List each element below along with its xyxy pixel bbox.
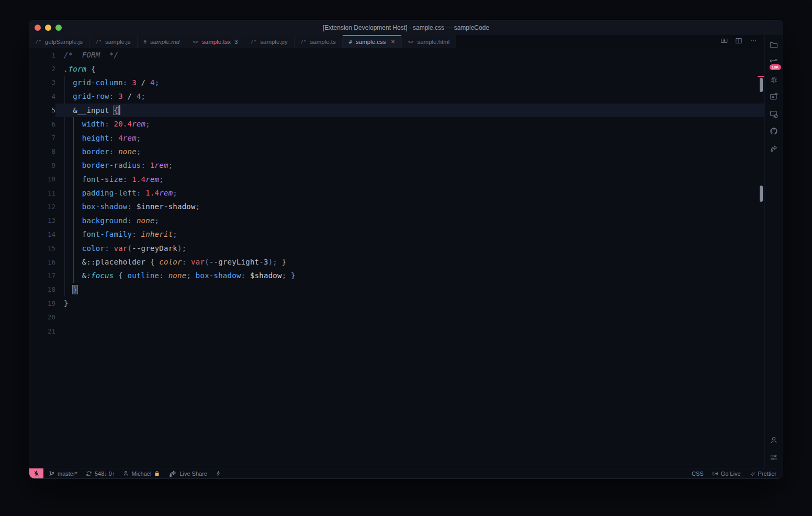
- code-line-text: grid-column: 3 / 4;: [55, 76, 764, 89]
- code-line-text: background: none;: [55, 214, 764, 227]
- tab-sample.ts[interactable]: /*sample.ts: [295, 35, 343, 48]
- tab-sample.tsx[interactable]: <>sample.tsx3: [186, 35, 244, 48]
- line-number[interactable]: 8: [29, 147, 55, 155]
- open-changes-button[interactable]: [720, 37, 728, 47]
- overview-ruler-marker: [760, 186, 763, 202]
- line-number[interactable]: 21: [29, 327, 55, 335]
- line-number[interactable]: 19: [29, 300, 55, 307]
- tab-gulpSample.js[interactable]: /*gulpSample.js: [29, 35, 89, 48]
- code-line[interactable]: 16 &::placeholder { color: var(--greyLig…: [29, 255, 764, 269]
- close-window-button[interactable]: [35, 25, 41, 31]
- tab-label: sample.tsx: [202, 39, 231, 45]
- activity-github-button[interactable]: [765, 122, 783, 140]
- status-go-live-label: Go Live: [721, 471, 741, 477]
- status-live-share[interactable]: Live Share: [168, 469, 207, 478]
- code-line[interactable]: 20: [29, 310, 764, 324]
- code-line[interactable]: 10 font-size: 1.4rem;: [29, 173, 764, 186]
- code-line[interactable]: 11 padding-left: 1.4rem;: [29, 186, 764, 200]
- code-line[interactable]: 2.form {: [29, 62, 764, 75]
- status-user[interactable]: Michael: [123, 471, 160, 477]
- code-line[interactable]: 13 background: none;: [29, 214, 764, 227]
- remote-indicator[interactable]: [29, 468, 43, 478]
- line-number[interactable]: 11: [29, 189, 55, 197]
- status-git-branch-label: master*: [58, 471, 77, 477]
- code-line[interactable]: 19}: [29, 296, 764, 310]
- code-line[interactable]: 3 grid-column: 3 / 4;: [29, 76, 764, 89]
- split-editor-button[interactable]: [735, 37, 742, 47]
- line-number[interactable]: 1: [29, 51, 55, 59]
- tab-label: sample.js: [105, 39, 131, 45]
- activity-debug-button[interactable]: [765, 71, 783, 88]
- status-go-live[interactable]: Go Live: [712, 471, 741, 477]
- code-area[interactable]: 1/* FORM */2.form {3 grid-column: 3 / 4;…: [29, 48, 764, 468]
- code-line[interactable]: 1/* FORM */: [29, 48, 764, 62]
- code-line[interactable]: 9 border-radius: 1rem;: [29, 158, 764, 172]
- tab-sample.py[interactable]: /*sample.py: [244, 35, 294, 48]
- tabs: /*gulpSample.js/*sample.js≣sample.md<>sa…: [29, 35, 456, 48]
- code-line[interactable]: 14 font-family: inherit;: [29, 227, 764, 241]
- tab-label: sample.md: [150, 39, 179, 45]
- code-line[interactable]: 5 &__input {: [29, 104, 764, 117]
- line-number[interactable]: 10: [29, 175, 55, 183]
- line-number[interactable]: 17: [29, 272, 55, 280]
- activity-remote-explorer-button[interactable]: [765, 105, 783, 122]
- double-check-icon: [749, 471, 755, 477]
- status-git-branch[interactable]: master*: [49, 471, 77, 477]
- tab-sample.js[interactable]: /*sample.js: [89, 35, 137, 48]
- activity-explorer-button[interactable]: [765, 36, 783, 53]
- activity-settings-button[interactable]: [765, 449, 783, 466]
- code-line[interactable]: 21: [29, 324, 764, 338]
- line-number[interactable]: 12: [29, 203, 55, 211]
- code-line[interactable]: 8 border: none;: [29, 145, 764, 158]
- code-line-text: padding-left: 1.4rem;: [55, 186, 764, 200]
- share-arrow-icon: [168, 469, 177, 478]
- code-line-text: [55, 310, 764, 324]
- line-number[interactable]: 16: [29, 258, 55, 266]
- line-number[interactable]: 9: [29, 162, 55, 169]
- minimize-window-button[interactable]: [45, 25, 51, 31]
- zoom-window-button[interactable]: [55, 25, 62, 31]
- code-line[interactable]: 18 }: [29, 283, 764, 296]
- status-bar: master*548↓ 0↑MichaelLive Share CSSGo Li…: [29, 468, 783, 478]
- vscode-window: [Extension Development Host] - sample.cs…: [29, 20, 783, 479]
- code-line-text: width: 20.4rem;: [55, 117, 764, 131]
- status-git-sync[interactable]: 548↓ 0↑: [86, 471, 115, 477]
- activity-preview-button[interactable]: [765, 88, 783, 105]
- more-actions-button[interactable]: [750, 37, 757, 47]
- line-number[interactable]: 7: [29, 134, 55, 142]
- activity-accounts-button[interactable]: [765, 431, 783, 449]
- line-number[interactable]: 14: [29, 231, 55, 238]
- tab-label: gulpSample.js: [45, 39, 83, 45]
- status-prettier[interactable]: Prettier: [749, 471, 776, 477]
- main-area: /*gulpSample.js/*sample.js≣sample.md<>sa…: [29, 35, 783, 468]
- tab-sample.md[interactable]: ≣sample.md: [138, 35, 187, 48]
- activity-gitlens-button[interactable]: 10K: [765, 53, 783, 71]
- code-line[interactable]: 6 width: 20.4rem;: [29, 117, 764, 131]
- line-number[interactable]: 15: [29, 244, 55, 252]
- tab-label: sample.ts: [310, 39, 336, 45]
- code-line[interactable]: 4 grid-row: 3 / 4;: [29, 89, 764, 103]
- line-number[interactable]: 13: [29, 216, 55, 224]
- close-icon[interactable]: ×: [391, 39, 395, 45]
- picture-in-picture-icon: [770, 93, 778, 101]
- line-number[interactable]: 4: [29, 93, 55, 100]
- tab-sample.css[interactable]: #sample.css×: [343, 35, 402, 48]
- status-language-mode[interactable]: CSS: [692, 471, 704, 477]
- activity-live-share-button[interactable]: [765, 140, 783, 157]
- line-number[interactable]: 2: [29, 65, 55, 73]
- activity-badge: 10K: [770, 64, 781, 70]
- code-line[interactable]: 12 box-shadow: $inner-shadow;: [29, 200, 764, 213]
- line-number[interactable]: 6: [29, 120, 55, 128]
- git-branch-icon: [49, 471, 55, 477]
- code-line-text: &__input {: [55, 104, 764, 117]
- line-number[interactable]: 5: [29, 106, 55, 114]
- tab-sample.html[interactable]: <>sample.html: [402, 35, 457, 48]
- code-line[interactable]: 17 &:focus { outline: none; box-shadow: …: [29, 269, 764, 282]
- activity-bottom: [765, 431, 783, 466]
- status-flash[interactable]: [216, 471, 221, 476]
- line-number[interactable]: 20: [29, 313, 55, 321]
- code-line[interactable]: 15 color: var(--greyDark);: [29, 241, 764, 255]
- line-number[interactable]: 3: [29, 78, 55, 86]
- line-number[interactable]: 18: [29, 285, 55, 293]
- code-line[interactable]: 7 height: 4rem;: [29, 131, 764, 144]
